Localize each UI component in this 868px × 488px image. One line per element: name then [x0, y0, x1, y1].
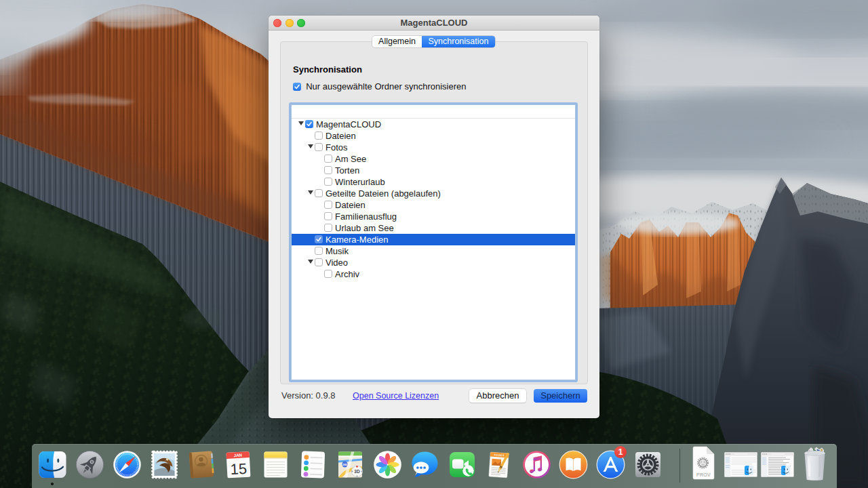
- svg-text:3D: 3D: [354, 469, 360, 474]
- svg-text:15: 15: [230, 460, 248, 478]
- svg-text:PROV: PROV: [696, 472, 710, 477]
- svg-text:JAN: JAN: [233, 452, 242, 458]
- svg-text:280: 280: [342, 463, 347, 466]
